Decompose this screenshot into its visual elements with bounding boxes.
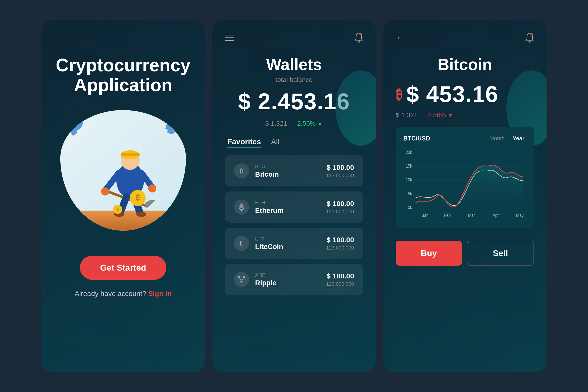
svg-rect-3 — [121, 153, 140, 156]
svg-text:₿: ₿ — [117, 208, 119, 212]
svg-marker-19 — [239, 203, 244, 208]
btc-symbol-icon: ₿ — [396, 87, 402, 102]
btc-amounts: $ 100.00 123.000.000 — [326, 164, 354, 178]
svg-point-28 — [530, 33, 533, 35]
chart-area: 20k 15k 10k 5k 0k — [403, 148, 526, 223]
svg-point-12 — [136, 212, 146, 217]
btc-chart: BTC/USD Month Year 20k 15k — [396, 127, 534, 228]
app-title: Cryptocurrency Application — [56, 55, 190, 95]
ltc-info: LTC LiteCoin — [255, 236, 320, 251]
svg-text:Jan: Jan — [422, 213, 428, 218]
ltc-name: LiteCoin — [255, 243, 320, 251]
back-button[interactable]: ← — [396, 33, 404, 42]
bitcoin-detail-screen: ← Bitcoin ₿ $ 453.16 $ 1.321 4.56% ▼ BTC… — [383, 20, 547, 372]
get-started-button[interactable]: Get Started — [80, 256, 166, 280]
svg-marker-20 — [239, 208, 244, 212]
xrp-name: Ripple — [255, 279, 320, 287]
btc-crypto: 123.000.000 — [326, 173, 354, 178]
eth-crypto: 123.000.000 — [326, 209, 354, 215]
svg-line-25 — [239, 277, 241, 282]
month-period-btn[interactable]: Month — [487, 134, 507, 143]
ltc-ticker: LTC — [255, 236, 320, 242]
menu-line-1 — [225, 35, 234, 35]
tab-all[interactable]: All — [271, 137, 279, 148]
balance-previous: $ 1.321 — [265, 120, 287, 127]
svg-line-26 — [241, 277, 244, 282]
svg-text:Apr: Apr — [493, 213, 499, 218]
eth-ticker: ETH — [255, 200, 320, 206]
btc-info: BTC Bitcoin — [255, 164, 320, 178]
svg-point-8 — [148, 184, 156, 192]
bitcoin-title: Bitcoin — [396, 55, 534, 74]
btc-prev-price: $ 1.321 — [396, 111, 418, 119]
wallets-title: Wallets — [225, 55, 363, 74]
sell-button[interactable]: Sell — [467, 241, 534, 266]
menu-line-2 — [225, 37, 234, 38]
svg-text:20k: 20k — [406, 150, 412, 155]
buy-button[interactable]: Buy — [396, 241, 462, 266]
eth-amounts: $ 100.00 123.000.000 — [326, 200, 354, 215]
svg-point-27 — [529, 41, 531, 42]
svg-text:Mar: Mar — [468, 213, 475, 218]
tab-favorites[interactable]: Favorites — [227, 137, 261, 148]
eth-icon — [234, 200, 249, 215]
year-period-btn[interactable]: Year — [511, 134, 527, 143]
wallet-xrp-card[interactable]: XRP Ripple $ 100.00 123.000.000 — [225, 264, 363, 295]
btc-price-value: $ 453.16 — [406, 81, 498, 107]
ltc-usd: $ 100.00 — [326, 236, 354, 244]
xrp-crypto: 123.000.000 — [326, 281, 354, 287]
eth-name: Etherum — [255, 207, 320, 215]
xrp-ticker: XRP — [255, 272, 320, 278]
chart-pair-label: BTC/USD — [403, 135, 430, 142]
xrp-amounts: $ 100.00 123.000.000 — [326, 272, 354, 287]
buy-sell-actions: Buy Sell — [396, 241, 534, 266]
miner-figure: ₿ ₿ — [95, 140, 165, 221]
btc-ticker: BTC — [255, 164, 320, 169]
menu-line-3 — [225, 40, 234, 41]
btc-icon: ₿ — [234, 163, 249, 178]
wallet-ltc-card[interactable]: Ł LTC LiteCoin $ 100.00 123.000.000 — [225, 228, 363, 259]
bitcoin-header: ← — [396, 33, 534, 43]
svg-text:5k: 5k — [408, 191, 412, 196]
bell-icon[interactable] — [355, 33, 363, 43]
wallets-screen: Wallets total balance $ 2.453.16 $ 1.321… — [212, 20, 376, 372]
eth-info: ETH Etherum — [255, 200, 320, 215]
balance-percent: 2.56% ▲ — [297, 120, 323, 127]
landing-screen: Cryptocurrency Application — [41, 20, 205, 372]
hero-illustration: ₿ ₿ — [60, 110, 186, 231]
svg-text:15k: 15k — [406, 164, 412, 169]
signin-link[interactable]: Sign in — [148, 290, 172, 298]
svg-text:Feb: Feb — [444, 213, 451, 218]
wallet-tabs: Favorites All — [225, 137, 363, 148]
chart-period-buttons: Month Year — [487, 134, 526, 143]
svg-point-18 — [359, 33, 362, 35]
up-arrow-icon: ▲ — [317, 120, 323, 127]
btc-name: Bitcoin — [255, 170, 320, 178]
svg-text:₿: ₿ — [136, 193, 140, 202]
wallet-header — [225, 33, 363, 43]
signin-prompt: Already have account? Sign in — [75, 290, 172, 298]
eth-usd: $ 100.00 — [326, 200, 354, 208]
wallet-eth-card[interactable]: ETH Etherum $ 100.00 123.000.000 — [225, 191, 363, 223]
btc-usd: $ 100.00 — [326, 164, 354, 172]
ltc-crypto: 123.000.000 — [326, 245, 354, 251]
blue-leaves-left — [65, 115, 90, 145]
ltc-amounts: $ 100.00 123.000.000 — [326, 236, 354, 251]
svg-text:May: May — [516, 213, 524, 218]
wallet-btc-card[interactable]: ₿ BTC Bitcoin $ 100.00 123.000.000 — [225, 155, 363, 186]
menu-button[interactable] — [225, 35, 234, 41]
xrp-usd: $ 100.00 — [326, 272, 354, 280]
svg-point-7 — [101, 187, 109, 195]
down-arrow-icon: ▼ — [448, 112, 453, 119]
btc-pct-change: 4.56% ▼ — [428, 111, 453, 119]
svg-point-17 — [358, 41, 360, 42]
xrp-icon — [234, 272, 249, 287]
svg-text:10k: 10k — [406, 177, 412, 182]
svg-text:0k: 0k — [408, 205, 412, 210]
xrp-info: XRP Ripple — [255, 272, 320, 287]
bell-icon-3[interactable] — [525, 33, 534, 43]
chart-header: BTC/USD Month Year — [403, 134, 526, 143]
ltc-icon: Ł — [234, 236, 249, 251]
